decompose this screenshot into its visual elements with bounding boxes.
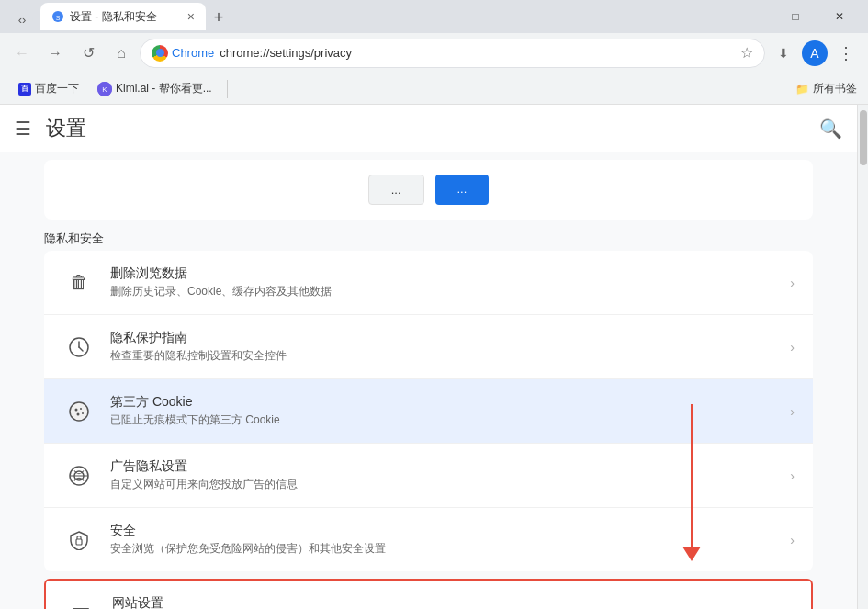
svg-point-8 bbox=[75, 408, 78, 411]
navigation-toolbar: ← → ↺ ⌂ Chrome chrome://settings/privacy… bbox=[0, 33, 868, 73]
address-text: chrome://settings/privacy bbox=[220, 46, 735, 60]
bookmark-star-button[interactable]: ☆ bbox=[740, 44, 753, 62]
bookmark-baidu[interactable]: 百 百度一下 bbox=[11, 77, 86, 100]
settings-page: ☰ 设置 🔍 ... ... 隐私和安全 bbox=[0, 105, 868, 609]
settings-header: ☰ 设置 🔍 bbox=[0, 105, 857, 152]
site-settings-section: 网站设置 控制网站可以使用和显示的信息（位置信息、摄像头、弹出式窗口等） › bbox=[0, 579, 857, 609]
item-content-delete-data: 删除浏览数据 删除历史记录、Cookie、缓存内容及其他数据 bbox=[110, 265, 783, 299]
chrome-logo: Chrome bbox=[152, 45, 214, 62]
item-desc-security: 安全浏览（保护您免受危险网站的侵害）和其他安全设置 bbox=[110, 541, 783, 557]
settings-item-security[interactable]: 安全 安全浏览（保护您免受危险网站的侵害）和其他安全设置 › bbox=[44, 508, 813, 571]
back-button[interactable]: ← bbox=[7, 39, 37, 68]
tab-strip: ‹› S 设置 - 隐私和安全 × + bbox=[11, 3, 727, 30]
item-arrow-delete-data: › bbox=[790, 276, 795, 290]
item-title-site-settings: 网站设置 bbox=[112, 595, 781, 609]
folder-icon: 📁 bbox=[795, 83, 809, 96]
privacy-guide-icon bbox=[62, 331, 96, 364]
item-arrow-security: › bbox=[790, 533, 795, 547]
item-content-security: 安全 安全浏览（保护您免受危险网站的侵害）和其他安全设置 bbox=[110, 523, 783, 557]
hamburger-menu-button[interactable]: ☰ bbox=[15, 118, 31, 140]
settings-page-title: 设置 bbox=[46, 115, 86, 142]
security-icon bbox=[62, 524, 96, 557]
forward-button[interactable]: → bbox=[40, 39, 70, 68]
item-desc-delete-data: 删除历史记录、Cookie、缓存内容及其他数据 bbox=[110, 284, 783, 299]
item-title-security: 安全 bbox=[110, 523, 783, 539]
all-bookmarks-button[interactable]: 📁 所有书签 bbox=[795, 81, 857, 96]
site-settings-highlighted-box: 网站设置 控制网站可以使用和显示的信息（位置信息、摄像头、弹出式窗口等） › bbox=[44, 579, 813, 609]
close-button[interactable]: ✕ bbox=[818, 0, 861, 33]
downloads-button[interactable]: ⬇ bbox=[769, 39, 798, 68]
reload-button[interactable]: ↺ bbox=[73, 39, 103, 68]
top-card-primary-button[interactable]: ... bbox=[435, 175, 490, 205]
toolbar-right: ⬇ A ⋮ bbox=[769, 39, 861, 68]
svg-point-9 bbox=[80, 408, 82, 410]
settings-item-delete-data[interactable]: 🗑 删除浏览数据 删除历史记录、Cookie、缓存内容及其他数据 › bbox=[44, 251, 813, 315]
chrome-icon bbox=[152, 45, 168, 62]
maximize-button[interactable]: □ bbox=[774, 0, 817, 33]
active-tab[interactable]: S 设置 - 隐私和安全 × bbox=[40, 3, 206, 30]
chrome-center-dot bbox=[156, 49, 164, 57]
settings-item-privacy-guide[interactable]: 隐私保护指南 检查重要的隐私控制设置和安全控件 › bbox=[44, 315, 813, 379]
ad-privacy-icon bbox=[62, 459, 96, 492]
settings-item-site-settings[interactable]: 网站设置 控制网站可以使用和显示的信息（位置信息、摄像头、弹出式窗口等） › bbox=[46, 581, 811, 609]
window: ‹› S 设置 - 隐私和安全 × + ─ □ ✕ ← → ↺ ⌂ bbox=[0, 0, 868, 609]
item-content-privacy-guide: 隐私保护指南 检查重要的隐私控制设置和安全控件 bbox=[110, 330, 783, 364]
bookmarks-bar: 百 百度一下 K Kimi.ai - 帮你看更... 📁 所有书签 bbox=[0, 73, 868, 105]
top-card: ... ... bbox=[44, 160, 813, 220]
site-settings-icon bbox=[64, 596, 97, 610]
settings-card: 🗑 删除浏览数据 删除历史记录、Cookie、缓存内容及其他数据 › bbox=[44, 251, 813, 571]
scrollbar-thumb[interactable] bbox=[860, 110, 867, 165]
item-desc-cookie: 已阻止无痕模式下的第三方 Cookie bbox=[110, 412, 783, 428]
item-arrow-cookie: › bbox=[790, 404, 795, 419]
settings-main: ☰ 设置 🔍 ... ... 隐私和安全 bbox=[0, 105, 857, 609]
item-desc-ad-privacy: 自定义网站可用来向您投放广告的信息 bbox=[110, 477, 783, 492]
profile-button[interactable]: A bbox=[802, 40, 828, 66]
chrome-menu-button[interactable]: ⋮ bbox=[831, 39, 861, 68]
cookie-icon bbox=[62, 395, 96, 428]
item-content-ad-privacy: 广告隐私设置 自定义网站可用来向您投放广告的信息 bbox=[110, 458, 783, 492]
bookmarks-divider bbox=[227, 80, 228, 98]
item-content-cookie: 第三方 Cookie 已阻止无痕模式下的第三方 Cookie bbox=[110, 394, 783, 428]
kimi-icon: K bbox=[97, 82, 112, 96]
item-title-delete-data: 删除浏览数据 bbox=[110, 265, 783, 282]
svg-text:K: K bbox=[102, 85, 107, 94]
baidu-icon: 百 bbox=[18, 83, 31, 96]
address-bar[interactable]: Chrome chrome://settings/privacy ☆ bbox=[140, 39, 765, 68]
top-card-option[interactable]: ... bbox=[368, 175, 424, 205]
settings-search-button[interactable]: 🔍 bbox=[819, 118, 842, 140]
window-controls: ─ □ ✕ bbox=[730, 0, 861, 33]
scrollbar[interactable] bbox=[857, 105, 868, 609]
item-content-site-settings: 网站设置 控制网站可以使用和显示的信息（位置信息、摄像头、弹出式窗口等） bbox=[112, 595, 781, 609]
item-arrow-privacy-guide: › bbox=[790, 340, 795, 355]
svg-rect-15 bbox=[76, 539, 82, 545]
top-card-buttons: ... ... bbox=[62, 171, 795, 209]
all-bookmarks-label: 所有书签 bbox=[813, 81, 857, 96]
svg-line-6 bbox=[79, 347, 83, 351]
tab-close-button[interactable]: × bbox=[187, 9, 195, 24]
new-tab-button[interactable]: + bbox=[206, 5, 231, 30]
tab-switcher-button[interactable]: ‹› bbox=[11, 8, 33, 30]
baidu-label: 百度一下 bbox=[35, 81, 79, 96]
bookmark-kimi[interactable]: K Kimi.ai - 帮你看更... bbox=[90, 77, 220, 100]
svg-text:S: S bbox=[56, 15, 61, 21]
kimi-label: Kimi.ai - 帮你看更... bbox=[116, 81, 212, 96]
section-label: 隐私和安全 bbox=[0, 223, 857, 251]
svg-point-10 bbox=[77, 412, 80, 415]
settings-content: ... ... 隐私和安全 🗑 删除浏览数据 删除历史记录、Cookie、缓存内… bbox=[0, 152, 857, 609]
svg-point-7 bbox=[70, 402, 88, 421]
item-title-cookie: 第三方 Cookie bbox=[110, 394, 783, 411]
svg-point-11 bbox=[82, 412, 84, 414]
item-desc-privacy-guide: 检查重要的隐私控制设置和安全控件 bbox=[110, 348, 783, 364]
item-title-privacy-guide: 隐私保护指南 bbox=[110, 330, 783, 346]
item-arrow-ad-privacy: › bbox=[790, 468, 795, 483]
settings-item-ad-privacy[interactable]: 广告隐私设置 自定义网站可用来向您投放广告的信息 › bbox=[44, 444, 813, 508]
tab-title: 设置 - 隐私和安全 bbox=[70, 9, 157, 25]
delete-browsing-icon: 🗑 bbox=[62, 266, 96, 299]
settings-item-cookie[interactable]: 第三方 Cookie 已阻止无痕模式下的第三方 Cookie › bbox=[44, 379, 813, 444]
item-arrow-site-settings: › bbox=[788, 605, 793, 610]
chrome-label: Chrome bbox=[172, 46, 214, 60]
titlebar: ‹› S 设置 - 隐私和安全 × + ─ □ ✕ bbox=[0, 0, 868, 33]
item-title-ad-privacy: 广告隐私设置 bbox=[110, 458, 783, 475]
home-button[interactable]: ⌂ bbox=[107, 39, 136, 68]
minimize-button[interactable]: ─ bbox=[730, 0, 772, 33]
